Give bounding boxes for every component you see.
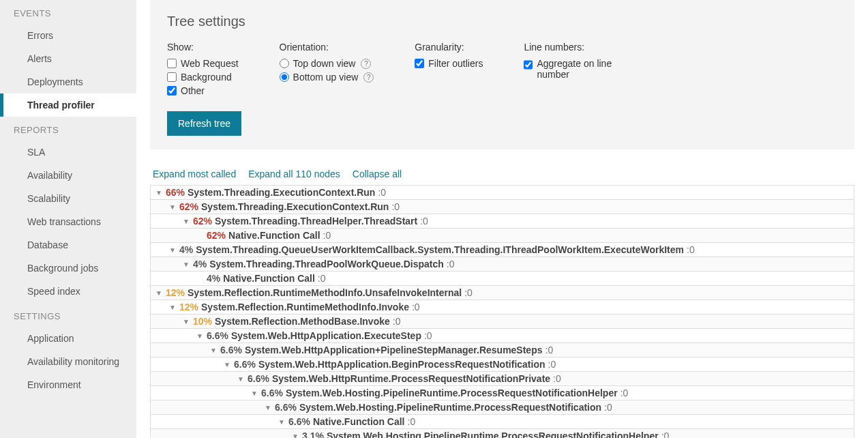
sidebar-item[interactable]: Errors — [0, 24, 136, 47]
show-other[interactable]: Other — [167, 84, 239, 98]
tree-row[interactable]: ▼66% System.Threading.ExecutionContext.R… — [150, 185, 854, 200]
tree-line-number: :0 — [661, 430, 670, 438]
tree-row[interactable]: ▼6.6% System.Web.Hosting.PipelineRuntime… — [150, 386, 854, 400]
checkbox-background[interactable] — [167, 72, 177, 82]
sidebar-item[interactable]: Scalability — [0, 187, 136, 210]
tree-line-number: :0 — [447, 259, 455, 269]
tree-method-name: System.Reflection.MethodBase.Invoke — [215, 316, 390, 327]
tree-line-number: :0 — [420, 216, 428, 227]
tree-row[interactable]: ▼12% System.Reflection.RuntimeMethodInfo… — [150, 286, 854, 300]
tree-row[interactable]: ▼10% System.Reflection.MethodBase.Invoke… — [150, 315, 854, 329]
expand-most-called-link[interactable]: Expand most called — [153, 169, 236, 179]
tree-toggle-icon[interactable]: ▼ — [182, 218, 190, 225]
tree-line-number: :0 — [424, 330, 432, 341]
tree-row[interactable]: ▼6.6% System.Web.HttpApplication.Execute… — [150, 329, 854, 343]
sidebar-item[interactable]: Application — [0, 327, 136, 350]
sidebar-item[interactable]: Background jobs — [0, 257, 136, 280]
tree-percentage: 62% — [207, 230, 226, 241]
tree-toggle-icon[interactable]: ▼ — [182, 261, 190, 268]
tree-line-number: :0 — [545, 345, 554, 355]
tree-method-name: System.Threading.QueueUserWorkItemCallba… — [196, 244, 684, 255]
tree-method-name: Native.Function Call — [223, 273, 315, 284]
tree-row[interactable]: 4% Native.Function Call :0 — [150, 272, 854, 286]
checkbox-filter-outliers[interactable] — [415, 59, 424, 68]
checkbox-label: Filter outliers — [428, 58, 483, 69]
tree-percentage: 62% — [193, 216, 212, 227]
tree-toggle-icon[interactable]: ▼ — [168, 304, 177, 311]
tree-percentage: 6.6% — [261, 388, 283, 398]
tree-toggle-icon[interactable]: ▼ — [264, 404, 272, 411]
tree-line-number: :0 — [620, 388, 629, 398]
tree-line-number: :0 — [412, 302, 420, 312]
radio-top-down[interactable] — [280, 59, 289, 68]
sidebar-item[interactable]: Environment — [0, 373, 136, 396]
tree-toggle-icon[interactable]: ▼ — [278, 418, 286, 426]
tree-method-name: System.Threading.ThreadHelper.ThreadStar… — [215, 216, 417, 227]
orientation-bottom-up[interactable]: Bottom up view ? — [280, 70, 374, 84]
show-column: Show: Web Request Background Other — [167, 42, 239, 98]
tree-row[interactable]: ▼12% System.Reflection.RuntimeMethodInfo… — [150, 300, 854, 315]
tree-row[interactable]: ▼6.6% System.Web.HttpRuntime.ProcessRequ… — [150, 372, 854, 386]
help-icon[interactable]: ? — [361, 59, 371, 69]
sidebar-item[interactable]: Availability — [0, 164, 136, 187]
line-numbers-aggregate[interactable]: Aggregate on line number — [524, 57, 633, 81]
sidebar-item[interactable]: Thread profiler — [0, 93, 136, 117]
radio-label: Top down view — [293, 58, 356, 69]
tree-row[interactable]: ▼62% System.Threading.ThreadHelper.Threa… — [150, 214, 854, 229]
tree-toggle-icon[interactable]: ▼ — [209, 347, 218, 354]
tree-toggle-icon[interactable]: ▼ — [250, 390, 258, 397]
sidebar-section-title: SETTINGS — [0, 303, 136, 327]
tree-toggle-icon[interactable]: ▼ — [155, 189, 163, 196]
tree-line-number: :0 — [393, 316, 401, 327]
tree-row[interactable]: 62% Native.Function Call :0 — [150, 229, 854, 243]
checkbox-aggregate[interactable] — [524, 60, 533, 70]
tree-percentage: 6.6% — [220, 345, 242, 355]
panel-title: Tree settings — [167, 14, 837, 29]
tree-row[interactable]: ▼3.1% System.Web.Hosting.PipelineRuntime… — [150, 429, 854, 438]
sidebar-item[interactable]: Availability monitoring — [0, 350, 136, 373]
show-web-request[interactable]: Web Request — [167, 57, 239, 70]
tree-percentage: 66% — [166, 187, 185, 198]
sidebar-item[interactable]: Database — [0, 233, 136, 257]
tree-method-name: System.Reflection.RuntimeMethodInfo.Invo… — [201, 302, 409, 312]
expand-all-link[interactable]: Expand all 110 nodes — [248, 169, 340, 179]
tree-row[interactable]: ▼4% System.Threading.ThreadPoolWorkQueue… — [150, 257, 854, 272]
tree-row[interactable]: ▼6.6% System.Web.HttpApplication+Pipelin… — [150, 343, 854, 357]
tree-toggle-icon[interactable]: ▼ — [223, 361, 231, 368]
orientation-top-down[interactable]: Top down view ? — [280, 57, 374, 70]
tree-line-number: :0 — [318, 273, 326, 284]
tree-row[interactable]: ▼6.6% System.Web.Hosting.PipelineRuntime… — [150, 400, 854, 415]
sidebar-item[interactable]: Deployments — [0, 70, 136, 93]
tree-toggle-icon[interactable]: ▼ — [291, 433, 299, 439]
tree-method-name: System.Web.HttpApplication.BeginProcessR… — [258, 359, 545, 370]
tree-row[interactable]: ▼62% System.Threading.ExecutionContext.R… — [150, 200, 854, 214]
sidebar-item[interactable]: Alerts — [0, 47, 136, 70]
tree-row[interactable]: ▼4% System.Threading.QueueUserWorkItemCa… — [150, 243, 854, 257]
sidebar-item[interactable]: SLA — [0, 141, 136, 164]
tree-toggle-icon[interactable]: ▼ — [237, 375, 245, 383]
tree-toggle-icon[interactable]: ▼ — [196, 332, 204, 340]
tree-toggle-icon[interactable]: ▼ — [182, 318, 190, 325]
tree-line-number: :0 — [604, 402, 612, 413]
tree-method-name: System.Reflection.RuntimeMethodInfo.Unsa… — [188, 287, 462, 298]
show-background[interactable]: Background — [167, 70, 239, 84]
help-icon[interactable]: ? — [363, 72, 374, 83]
granularity-filter-outliers[interactable]: Filter outliers — [415, 57, 483, 70]
tree-toggle-icon[interactable]: ▼ — [168, 246, 177, 254]
collapse-all-link[interactable]: Collapse all — [353, 169, 402, 179]
tree-percentage: 6.6% — [207, 330, 228, 341]
tree-method-name: System.Threading.ThreadPoolWorkQueue.Dis… — [209, 259, 444, 269]
sidebar-item[interactable]: Speed index — [0, 280, 136, 303]
refresh-tree-button[interactable]: Refresh tree — [167, 111, 241, 136]
sidebar-item[interactable]: Web transactions — [0, 210, 136, 233]
tree-line-number: :0 — [548, 359, 556, 370]
tree-row[interactable]: ▼6.6% System.Web.HttpApplication.BeginPr… — [150, 357, 854, 372]
tree-percentage: 12% — [166, 287, 185, 298]
checkbox-other[interactable] — [167, 86, 177, 96]
tree-row[interactable]: ▼6.6% Native.Function Call :0 — [150, 415, 854, 429]
tree-toggle-icon[interactable]: ▼ — [155, 289, 163, 297]
radio-bottom-up[interactable] — [280, 72, 289, 82]
tree-toggle-icon[interactable]: ▼ — [168, 203, 177, 211]
checkbox-web-request[interactable] — [167, 59, 177, 68]
sidebar: EVENTSErrorsAlertsDeploymentsThread prof… — [0, 0, 136, 438]
